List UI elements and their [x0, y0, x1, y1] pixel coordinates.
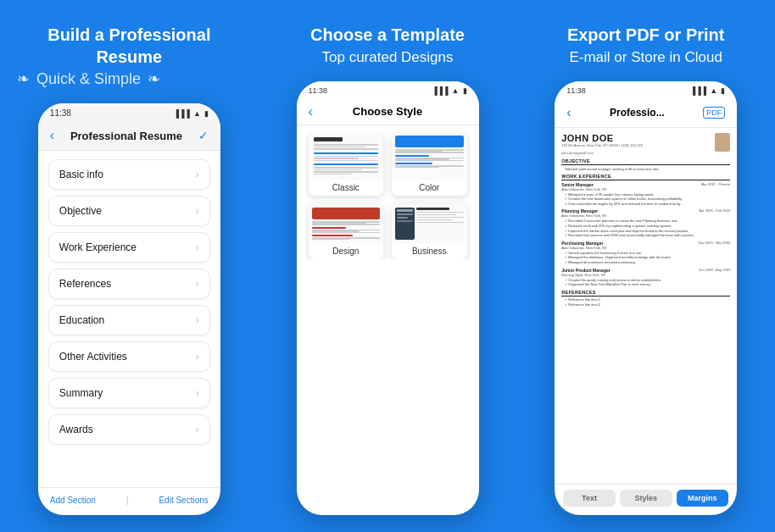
- color-header: [395, 136, 464, 147]
- biz-sidebar-line2: [397, 213, 413, 215]
- wifi-icon: ▲: [193, 109, 201, 118]
- styles-button[interactable]: Styles: [620, 490, 672, 507]
- menu-item-label: Education: [59, 314, 104, 326]
- chevron-right-icon: ›: [196, 424, 199, 435]
- template-business[interactable]: Business: [392, 204, 467, 259]
- job4-bullet2: ✓ Organized the New York Marathon Fair t…: [561, 282, 730, 287]
- battery-icon: ▮: [204, 109, 209, 118]
- mid-time: 11:38: [309, 86, 328, 95]
- add-section-link[interactable]: Add Section: [50, 496, 96, 505]
- biz-sidebar-line3: [397, 217, 408, 219]
- phone-bottom-bar: Add Section | Edit Sections: [38, 487, 220, 515]
- design-line3: [312, 224, 381, 225]
- menu-item[interactable]: References›: [48, 269, 210, 299]
- biz-sidebar-line4: [397, 220, 413, 222]
- template-grid: Classic: [305, 132, 471, 259]
- job-3: Purchasing Manager Sep 2003 - Mar 2006 A…: [561, 241, 730, 265]
- phone-nav-bar: ‹ Professional Resume ✓: [38, 121, 220, 151]
- resume-nav-title: Professio...: [610, 107, 665, 119]
- resume-nav: ‹ Professio... PDF: [555, 98, 737, 128]
- job-1: Senior Manager Mar 2010 - Present Auto I…: [561, 182, 730, 207]
- style-nav: ‹ Choose Style: [297, 98, 479, 125]
- classic-line10: [314, 174, 353, 175]
- right-status-bar: 11:38 ▐▐▐ ▲ ▮: [555, 81, 737, 98]
- job1-company: Auto Industries, New York, NY: [561, 187, 730, 191]
- menu-item[interactable]: Objective›: [48, 196, 210, 226]
- menu-list: Basic info›Objective›Work Experience›Ref…: [38, 151, 220, 487]
- right-wifi: ▲: [710, 86, 717, 95]
- bottom-divider: |: [126, 495, 129, 505]
- menu-item[interactable]: Other Activities›: [48, 341, 210, 372]
- text-button[interactable]: Text: [563, 490, 616, 507]
- panel-left: Build a Professional Resume ❧ Quick & Si…: [0, 0, 259, 532]
- menu-item[interactable]: Work Experience›: [48, 232, 210, 263]
- classic-preview: [309, 132, 384, 180]
- resume-contact: 123 5th Avenue, New York, NY 10043 • (12…: [561, 143, 730, 147]
- menu-item[interactable]: Basic info›: [48, 159, 210, 190]
- chevron-right-icon: ›: [196, 387, 199, 399]
- menu-item[interactable]: Summary›: [48, 378, 210, 408]
- template-classic[interactable]: Classic: [309, 132, 384, 196]
- resume-name: JOHN DOE: [561, 133, 730, 143]
- left-title-line2: Quick & Simple: [36, 70, 141, 88]
- signal-icon: ▐▐▐: [174, 109, 190, 118]
- job2-company: Auto Industries, New York, NY: [561, 213, 730, 218]
- references-section: REFERENCES: [561, 290, 730, 296]
- job4-company: Running Spirit, New York, NY: [561, 273, 730, 277]
- back-button[interactable]: ‹: [50, 128, 54, 143]
- business-label: Business: [392, 243, 467, 259]
- job2-date: Apr 2006 - Feb 2010: [699, 208, 730, 213]
- template-grid-container: Classic: [297, 125, 479, 515]
- check-button[interactable]: ✓: [198, 129, 209, 142]
- right-header: Export PDF or Print E-mail or Store in C…: [567, 24, 725, 66]
- mid-status-bar: 11:38 ▐▐▐ ▲ ▮: [297, 81, 479, 98]
- status-bar: 11:38 ▐▐▐ ▲ ▮: [38, 103, 220, 121]
- classic-line3: [314, 148, 379, 150]
- business-layout: [395, 208, 464, 240]
- classic-line6: [314, 160, 379, 162]
- bottom-toolbar: Text Styles Margins: [555, 484, 737, 515]
- right-battery: ▮: [721, 86, 725, 95]
- template-design[interactable]: Design: [309, 204, 384, 259]
- mid-title-line1: Choose a Template: [310, 24, 465, 46]
- biz-name: [416, 208, 449, 210]
- mid-title-line2: Top curated Designs: [310, 49, 465, 66]
- chevron-right-icon: ›: [196, 351, 199, 363]
- job4-date: Jun 1998 - Aug 2003: [699, 268, 730, 273]
- menu-item[interactable]: Education›: [48, 305, 210, 335]
- mid-header: Choose a Template Top curated Designs: [310, 24, 465, 66]
- mid-signal: ▐▐▐: [432, 86, 448, 95]
- mid-status-icons: ▐▐▐ ▲ ▮: [432, 86, 466, 95]
- resume-email: john.doe@gmail.com: [561, 151, 730, 155]
- template-color[interactable]: Color: [392, 132, 467, 196]
- classic-accent2: [314, 163, 379, 165]
- pdf-button[interactable]: PDF: [703, 107, 725, 119]
- design-preview: [309, 204, 384, 243]
- edit-sections-link[interactable]: Edit Sections: [159, 496, 208, 505]
- laurel-decoration: ❧ Quick & Simple ❧: [17, 69, 242, 88]
- color-accent2: [395, 163, 432, 164]
- status-time: 11:38: [50, 108, 71, 118]
- margins-button[interactable]: Margins: [677, 490, 729, 507]
- design-line6: [312, 232, 381, 234]
- job1-title: Senior Manager: [561, 182, 594, 187]
- resume-back-button[interactable]: ‹: [566, 105, 571, 120]
- job-2: Planning Manager Apr 2006 - Feb 2010 Aut…: [561, 208, 730, 237]
- right-signal: ▐▐▐: [690, 86, 706, 95]
- color-line6: [395, 160, 464, 162]
- mid-wifi: ▲: [452, 86, 460, 95]
- left-phone-mockup: 11:38 ▐▐▐ ▲ ▮ ‹ Professional Resume ✓ Ba…: [38, 103, 220, 515]
- color-line8: [395, 167, 439, 169]
- biz-line3: [416, 217, 464, 219]
- classic-accent: [314, 152, 379, 154]
- chevron-right-icon: ›: [196, 169, 199, 180]
- job1-date: Mar 2010 - Present: [701, 182, 730, 187]
- left-header: Build a Professional Resume ❧ Quick & Si…: [17, 24, 242, 88]
- menu-item[interactable]: Awards›: [48, 414, 210, 445]
- design-header: [312, 208, 381, 219]
- mid-phone-mockup: 11:38 ▐▐▐ ▲ ▮ ‹ Choose Style: [297, 81, 479, 515]
- job3-bullet3: ✓ Managed all purchases renewed purchasi…: [561, 260, 730, 265]
- chevron-right-icon: ›: [196, 278, 199, 290]
- work-section: WORK EXPERIENCE: [561, 174, 730, 180]
- style-back-button[interactable]: ‹: [309, 104, 313, 119]
